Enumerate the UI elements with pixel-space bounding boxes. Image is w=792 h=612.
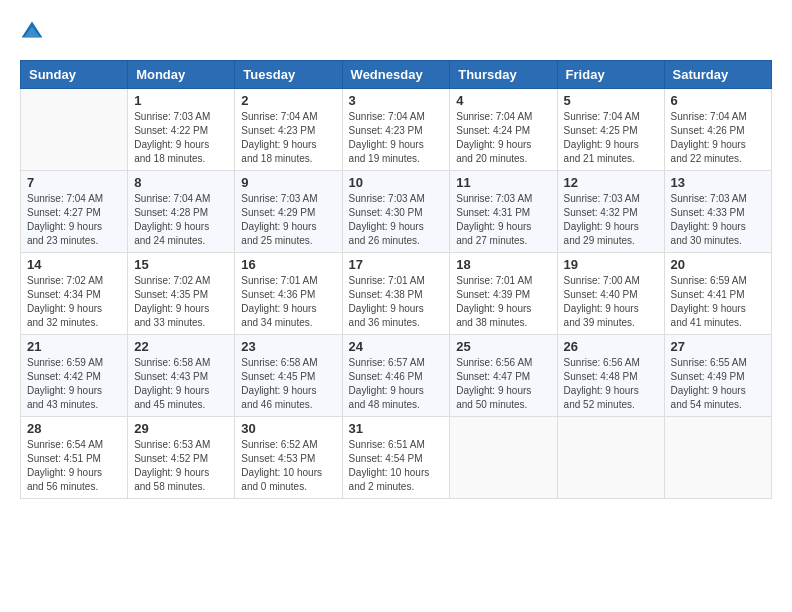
calendar-cell: 19Sunrise: 7:00 AM Sunset: 4:40 PM Dayli…	[557, 253, 664, 335]
weekday-header: Monday	[128, 61, 235, 89]
logo	[20, 20, 48, 44]
day-info: Sunrise: 7:03 AM Sunset: 4:30 PM Dayligh…	[349, 192, 444, 248]
calendar-week-row: 7Sunrise: 7:04 AM Sunset: 4:27 PM Daylig…	[21, 171, 772, 253]
day-number: 12	[564, 175, 658, 190]
day-info: Sunrise: 7:03 AM Sunset: 4:33 PM Dayligh…	[671, 192, 765, 248]
calendar-cell: 16Sunrise: 7:01 AM Sunset: 4:36 PM Dayli…	[235, 253, 342, 335]
day-info: Sunrise: 6:55 AM Sunset: 4:49 PM Dayligh…	[671, 356, 765, 412]
calendar-cell: 23Sunrise: 6:58 AM Sunset: 4:45 PM Dayli…	[235, 335, 342, 417]
calendar-cell: 3Sunrise: 7:04 AM Sunset: 4:23 PM Daylig…	[342, 89, 450, 171]
calendar-cell: 25Sunrise: 6:56 AM Sunset: 4:47 PM Dayli…	[450, 335, 557, 417]
day-number: 8	[134, 175, 228, 190]
day-number: 28	[27, 421, 121, 436]
day-info: Sunrise: 7:02 AM Sunset: 4:35 PM Dayligh…	[134, 274, 228, 330]
day-number: 26	[564, 339, 658, 354]
day-number: 27	[671, 339, 765, 354]
day-number: 24	[349, 339, 444, 354]
day-info: Sunrise: 6:58 AM Sunset: 4:43 PM Dayligh…	[134, 356, 228, 412]
calendar-cell: 9Sunrise: 7:03 AM Sunset: 4:29 PM Daylig…	[235, 171, 342, 253]
calendar-cell: 22Sunrise: 6:58 AM Sunset: 4:43 PM Dayli…	[128, 335, 235, 417]
calendar-cell	[21, 89, 128, 171]
day-info: Sunrise: 6:59 AM Sunset: 4:41 PM Dayligh…	[671, 274, 765, 330]
day-info: Sunrise: 7:01 AM Sunset: 4:39 PM Dayligh…	[456, 274, 550, 330]
day-number: 1	[134, 93, 228, 108]
weekday-header: Friday	[557, 61, 664, 89]
weekday-header: Saturday	[664, 61, 771, 89]
calendar-cell: 11Sunrise: 7:03 AM Sunset: 4:31 PM Dayli…	[450, 171, 557, 253]
calendar-cell: 5Sunrise: 7:04 AM Sunset: 4:25 PM Daylig…	[557, 89, 664, 171]
calendar-cell: 10Sunrise: 7:03 AM Sunset: 4:30 PM Dayli…	[342, 171, 450, 253]
calendar-cell: 29Sunrise: 6:53 AM Sunset: 4:52 PM Dayli…	[128, 417, 235, 499]
calendar-cell: 21Sunrise: 6:59 AM Sunset: 4:42 PM Dayli…	[21, 335, 128, 417]
day-number: 20	[671, 257, 765, 272]
calendar-cell: 17Sunrise: 7:01 AM Sunset: 4:38 PM Dayli…	[342, 253, 450, 335]
calendar-week-row: 21Sunrise: 6:59 AM Sunset: 4:42 PM Dayli…	[21, 335, 772, 417]
calendar-header-row: SundayMondayTuesdayWednesdayThursdayFrid…	[21, 61, 772, 89]
calendar-cell	[450, 417, 557, 499]
day-number: 17	[349, 257, 444, 272]
calendar-cell: 14Sunrise: 7:02 AM Sunset: 4:34 PM Dayli…	[21, 253, 128, 335]
calendar-cell: 20Sunrise: 6:59 AM Sunset: 4:41 PM Dayli…	[664, 253, 771, 335]
day-number: 4	[456, 93, 550, 108]
weekday-header: Thursday	[450, 61, 557, 89]
calendar-cell: 28Sunrise: 6:54 AM Sunset: 4:51 PM Dayli…	[21, 417, 128, 499]
day-info: Sunrise: 6:57 AM Sunset: 4:46 PM Dayligh…	[349, 356, 444, 412]
weekday-header: Tuesday	[235, 61, 342, 89]
calendar-table: SundayMondayTuesdayWednesdayThursdayFrid…	[20, 60, 772, 499]
page-header	[20, 20, 772, 44]
day-number: 13	[671, 175, 765, 190]
calendar-cell: 4Sunrise: 7:04 AM Sunset: 4:24 PM Daylig…	[450, 89, 557, 171]
day-info: Sunrise: 7:04 AM Sunset: 4:23 PM Dayligh…	[241, 110, 335, 166]
day-info: Sunrise: 7:00 AM Sunset: 4:40 PM Dayligh…	[564, 274, 658, 330]
calendar-cell: 24Sunrise: 6:57 AM Sunset: 4:46 PM Dayli…	[342, 335, 450, 417]
day-info: Sunrise: 7:01 AM Sunset: 4:36 PM Dayligh…	[241, 274, 335, 330]
day-info: Sunrise: 6:58 AM Sunset: 4:45 PM Dayligh…	[241, 356, 335, 412]
day-info: Sunrise: 7:04 AM Sunset: 4:24 PM Dayligh…	[456, 110, 550, 166]
day-info: Sunrise: 7:04 AM Sunset: 4:25 PM Dayligh…	[564, 110, 658, 166]
day-number: 19	[564, 257, 658, 272]
calendar-week-row: 1Sunrise: 7:03 AM Sunset: 4:22 PM Daylig…	[21, 89, 772, 171]
calendar-cell: 1Sunrise: 7:03 AM Sunset: 4:22 PM Daylig…	[128, 89, 235, 171]
day-info: Sunrise: 6:56 AM Sunset: 4:48 PM Dayligh…	[564, 356, 658, 412]
day-info: Sunrise: 6:59 AM Sunset: 4:42 PM Dayligh…	[27, 356, 121, 412]
day-info: Sunrise: 7:03 AM Sunset: 4:29 PM Dayligh…	[241, 192, 335, 248]
calendar-cell: 31Sunrise: 6:51 AM Sunset: 4:54 PM Dayli…	[342, 417, 450, 499]
logo-icon	[20, 20, 44, 44]
calendar-cell: 7Sunrise: 7:04 AM Sunset: 4:27 PM Daylig…	[21, 171, 128, 253]
day-number: 11	[456, 175, 550, 190]
day-info: Sunrise: 6:52 AM Sunset: 4:53 PM Dayligh…	[241, 438, 335, 494]
calendar-cell: 30Sunrise: 6:52 AM Sunset: 4:53 PM Dayli…	[235, 417, 342, 499]
day-number: 16	[241, 257, 335, 272]
day-number: 21	[27, 339, 121, 354]
day-info: Sunrise: 7:04 AM Sunset: 4:23 PM Dayligh…	[349, 110, 444, 166]
day-number: 7	[27, 175, 121, 190]
day-number: 9	[241, 175, 335, 190]
calendar-cell: 12Sunrise: 7:03 AM Sunset: 4:32 PM Dayli…	[557, 171, 664, 253]
calendar-cell: 6Sunrise: 7:04 AM Sunset: 4:26 PM Daylig…	[664, 89, 771, 171]
day-info: Sunrise: 7:01 AM Sunset: 4:38 PM Dayligh…	[349, 274, 444, 330]
day-info: Sunrise: 7:03 AM Sunset: 4:32 PM Dayligh…	[564, 192, 658, 248]
day-info: Sunrise: 7:04 AM Sunset: 4:26 PM Dayligh…	[671, 110, 765, 166]
day-info: Sunrise: 7:04 AM Sunset: 4:28 PM Dayligh…	[134, 192, 228, 248]
day-number: 15	[134, 257, 228, 272]
day-info: Sunrise: 7:04 AM Sunset: 4:27 PM Dayligh…	[27, 192, 121, 248]
calendar-week-row: 28Sunrise: 6:54 AM Sunset: 4:51 PM Dayli…	[21, 417, 772, 499]
day-info: Sunrise: 6:56 AM Sunset: 4:47 PM Dayligh…	[456, 356, 550, 412]
day-number: 2	[241, 93, 335, 108]
day-number: 5	[564, 93, 658, 108]
day-number: 25	[456, 339, 550, 354]
day-info: Sunrise: 7:03 AM Sunset: 4:31 PM Dayligh…	[456, 192, 550, 248]
day-number: 10	[349, 175, 444, 190]
weekday-header: Wednesday	[342, 61, 450, 89]
day-info: Sunrise: 6:54 AM Sunset: 4:51 PM Dayligh…	[27, 438, 121, 494]
calendar-cell: 26Sunrise: 6:56 AM Sunset: 4:48 PM Dayli…	[557, 335, 664, 417]
calendar-cell	[557, 417, 664, 499]
calendar-week-row: 14Sunrise: 7:02 AM Sunset: 4:34 PM Dayli…	[21, 253, 772, 335]
day-info: Sunrise: 6:53 AM Sunset: 4:52 PM Dayligh…	[134, 438, 228, 494]
day-number: 29	[134, 421, 228, 436]
calendar-cell: 13Sunrise: 7:03 AM Sunset: 4:33 PM Dayli…	[664, 171, 771, 253]
calendar-cell: 18Sunrise: 7:01 AM Sunset: 4:39 PM Dayli…	[450, 253, 557, 335]
weekday-header: Sunday	[21, 61, 128, 89]
day-number: 31	[349, 421, 444, 436]
calendar-cell: 27Sunrise: 6:55 AM Sunset: 4:49 PM Dayli…	[664, 335, 771, 417]
